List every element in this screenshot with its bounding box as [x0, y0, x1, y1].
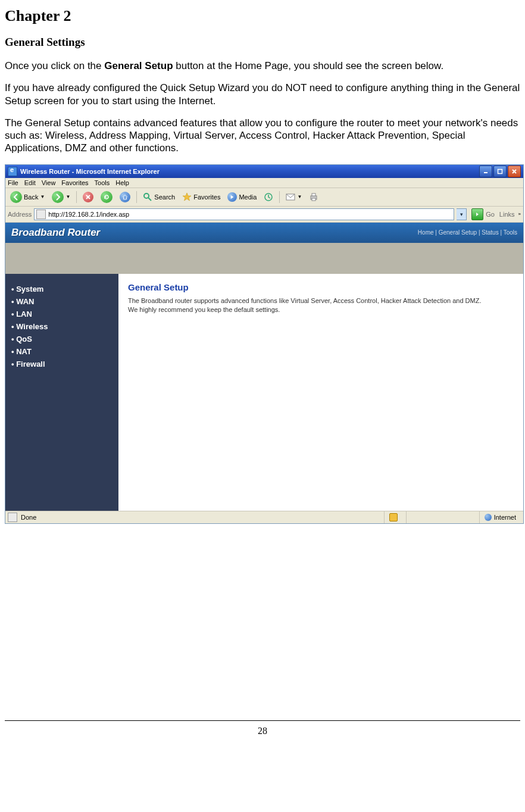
home-button[interactable] — [117, 190, 133, 204]
router-content: General Setup The Broadband router suppo… — [118, 274, 523, 511]
menu-tools[interactable]: Tools — [95, 179, 110, 186]
stop-button[interactable] — [80, 190, 96, 204]
status-cell-lock — [384, 511, 402, 523]
links-label[interactable]: Links — [499, 211, 515, 218]
ie-window: Wireless Router - Microsoft Internet Exp… — [5, 164, 524, 524]
sidebar-item-system[interactable]: System — [11, 285, 112, 293]
status-bar: Done Internet — [5, 511, 523, 523]
sidebar-item-nat[interactable]: NAT — [11, 347, 112, 356]
menu-edit[interactable]: Edit — [24, 179, 36, 186]
status-zone-text: Internet — [494, 514, 516, 521]
url-text: http://192.168.2.1/index.asp — [48, 211, 129, 218]
menu-help[interactable]: Help — [115, 179, 129, 186]
ie-icon — [8, 167, 17, 176]
toolbar: Back ▼ ▼ — [5, 188, 523, 207]
svg-point-6 — [144, 193, 149, 198]
toolbar-separator — [76, 191, 77, 203]
sidebar-item-qos[interactable]: QoS — [11, 335, 112, 343]
favorites-label: Favorites — [193, 193, 220, 201]
paragraph-1: Once you click on the General Setup butt… — [5, 60, 520, 72]
section-heading: General Settings — [5, 36, 520, 49]
menu-file[interactable]: File — [8, 179, 18, 186]
refresh-button[interactable] — [98, 190, 115, 204]
sidebar-item-lan[interactable]: LAN — [11, 310, 112, 318]
mail-button[interactable]: ▼ — [283, 191, 304, 203]
done-icon — [8, 513, 17, 522]
svg-rect-11 — [312, 193, 315, 196]
page-icon — [36, 210, 46, 219]
go-label: Go — [486, 211, 495, 218]
status-done-text: Done — [21, 514, 36, 521]
forward-button[interactable]: ▼ — [49, 190, 73, 204]
menu-view[interactable]: View — [42, 179, 56, 186]
p1-bold: General Setup — [104, 60, 173, 71]
router-brand: Broadband Router — [11, 227, 100, 239]
close-button[interactable] — [508, 165, 521, 177]
chapter-heading: Chapter 2 — [5, 7, 520, 25]
sidebar-item-wireless[interactable]: Wireless — [11, 322, 112, 331]
search-label: Search — [154, 193, 175, 201]
media-label: Media — [239, 193, 257, 201]
address-bar-row: Address http://192.168.2.1/index.asp ▾ G… — [5, 207, 523, 223]
sidebar-item-wan[interactable]: WAN — [11, 297, 112, 306]
svg-rect-12 — [312, 198, 315, 201]
router-toplinks[interactable]: Home | General Setup | Status | Tools — [418, 229, 517, 236]
content-line-2: We highly recommend you keep the default… — [128, 306, 514, 313]
p1-part-c: button at the Home Page, you should see … — [173, 60, 444, 71]
sidebar-item-firewall[interactable]: Firewall — [11, 360, 112, 368]
p3-part-b: such as: Wireless, Address Mapping, Virt… — [5, 130, 465, 154]
address-dropdown[interactable]: ▾ — [457, 208, 467, 220]
back-label: Back — [24, 193, 38, 201]
go-button[interactable] — [471, 208, 483, 220]
history-button[interactable] — [261, 191, 276, 203]
favorites-button[interactable]: Favorites — [180, 191, 223, 203]
window-title: Wireless Router - Microsoft Internet Exp… — [20, 168, 479, 175]
content-heading: General Setup — [128, 282, 514, 292]
search-button[interactable]: Search — [140, 191, 177, 203]
p3-part-a: The General Setup contains advanced feat… — [5, 117, 518, 129]
toolbar-separator — [136, 191, 137, 203]
address-input[interactable]: http://192.168.2.1/index.asp — [34, 208, 454, 220]
maximize-button[interactable] — [493, 165, 507, 177]
svg-rect-1 — [498, 169, 502, 173]
router-sidebar: System WAN LAN Wireless QoS NAT Firewall — [5, 274, 118, 511]
page-number: 28 — [0, 726, 525, 736]
content-line-1: The Broadband router supports advanced f… — [128, 297, 514, 304]
menu-favorites[interactable]: Favorites — [61, 179, 88, 186]
menubar: File Edit View Favorites Tools Help — [5, 178, 523, 188]
router-header: Broadband Router Home | General Setup | … — [5, 223, 523, 243]
toolbar-separator — [279, 191, 280, 203]
back-button[interactable]: Back ▼ — [8, 190, 47, 204]
lock-icon — [389, 513, 398, 521]
media-button[interactable]: Media — [225, 191, 259, 203]
status-cell-zone: Internet — [479, 511, 521, 523]
address-label: Address — [8, 211, 32, 218]
router-page: Broadband Router Home | General Setup | … — [5, 223, 523, 511]
links-chevron-icon[interactable]: » — [518, 211, 521, 217]
svg-line-7 — [148, 198, 151, 201]
minimize-button[interactable] — [479, 165, 492, 177]
paragraph-2: If you have already configured the Quick… — [5, 82, 520, 107]
globe-icon — [485, 514, 492, 521]
print-button[interactable] — [307, 191, 321, 203]
footer-rule — [5, 720, 520, 721]
paragraph-3: The General Setup contains advanced feat… — [5, 117, 520, 155]
titlebar: Wireless Router - Microsoft Internet Exp… — [5, 165, 523, 178]
router-banner-gray — [5, 243, 523, 274]
status-cell-empty — [406, 511, 476, 523]
p1-part-a: Once you click on the — [5, 60, 104, 71]
